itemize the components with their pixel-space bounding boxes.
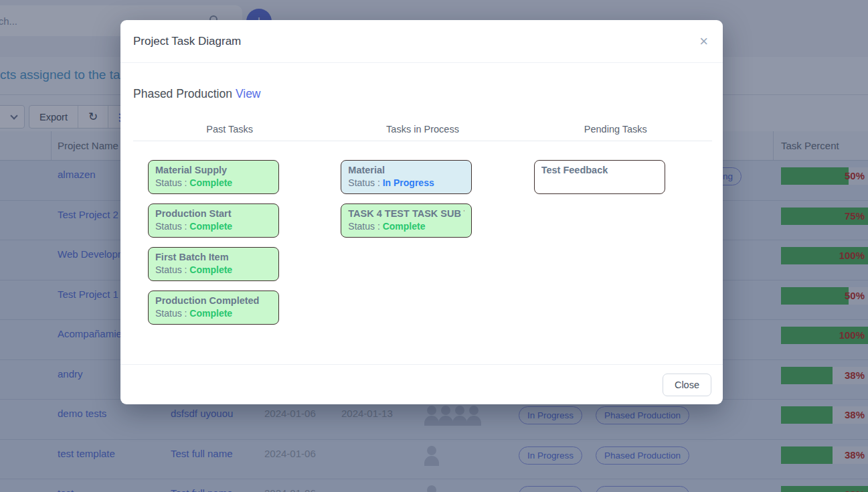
status-prefix: Status : bbox=[155, 177, 189, 188]
status-prefix: Status : bbox=[348, 221, 382, 232]
column-header-pending-tasks: Pending Tasks bbox=[519, 124, 712, 135]
status-value: Complete bbox=[189, 308, 232, 319]
status-value: Complete bbox=[383, 221, 426, 232]
project-task-diagram-modal: Project Task Diagram × Phased Production… bbox=[120, 20, 723, 404]
status-value: Complete bbox=[189, 221, 232, 232]
task-card-title: TASK 4 TEST TASK SUB T... bbox=[348, 208, 464, 219]
diagram-column-headers: Past Tasks Tasks in Process Pending Task… bbox=[133, 124, 712, 135]
task-card-title: Test Feedback bbox=[541, 165, 658, 175]
diagram-view-title: Phased ProductionView bbox=[133, 87, 712, 101]
task-card-status: Status : Complete bbox=[155, 221, 272, 232]
status-prefix: Status : bbox=[155, 264, 189, 275]
task-card[interactable]: Production Completed Status : Complete bbox=[148, 291, 279, 325]
column-header-tasks-in-process: Tasks in Process bbox=[326, 124, 519, 135]
diagram-columns: Material Supply Status : Complete Produc… bbox=[133, 160, 712, 325]
task-card-status: Status : In Progress bbox=[348, 177, 464, 188]
task-card[interactable]: Test Feedback Status : bbox=[534, 160, 665, 194]
status-value: In Progress bbox=[383, 177, 434, 188]
pending-tasks-column: Test Feedback Status : bbox=[519, 160, 712, 325]
column-header-past-tasks: Past Tasks bbox=[133, 124, 326, 135]
modal-title: Project Task Diagram bbox=[133, 35, 241, 48]
app-window: + cts assigned to the tas Export ↻ bbox=[0, 0, 868, 492]
status-value: Complete bbox=[189, 177, 232, 188]
task-card[interactable]: Material Status : In Progress bbox=[341, 160, 472, 194]
task-card-title: Production Start bbox=[155, 208, 272, 219]
tasks-in-process-column: Material Status : In Progress TASK 4 TES… bbox=[326, 160, 519, 325]
task-card[interactable]: TASK 4 TEST TASK SUB T... Status : Compl… bbox=[341, 203, 472, 238]
status-prefix: Status : bbox=[155, 308, 189, 319]
task-card-status: Status : Complete bbox=[155, 177, 272, 188]
task-card-status: Status : Complete bbox=[155, 264, 272, 275]
close-icon[interactable]: × bbox=[699, 34, 708, 49]
modal-header: Project Task Diagram × bbox=[120, 20, 723, 63]
status-prefix: Status : bbox=[155, 221, 189, 232]
diagram-divider bbox=[133, 141, 712, 141]
modal-body: Phased ProductionView Past Tasks Tasks i… bbox=[120, 63, 723, 325]
modal-footer: Close bbox=[120, 364, 723, 404]
status-value: Complete bbox=[189, 264, 232, 275]
template-name: Phased Production bbox=[133, 87, 232, 100]
task-card-title: Material Supply bbox=[155, 165, 272, 175]
past-tasks-column: Material Supply Status : Complete Produc… bbox=[133, 160, 326, 325]
task-card-status: Status : Complete bbox=[348, 221, 464, 232]
task-card-title: Production Completed bbox=[155, 295, 272, 306]
task-card-status: Status : Complete bbox=[155, 308, 272, 319]
task-card[interactable]: Material Supply Status : Complete bbox=[148, 160, 279, 194]
task-card[interactable]: Production Start Status : Complete bbox=[148, 203, 279, 238]
task-card-title: First Batch Item bbox=[155, 252, 272, 262]
task-card[interactable]: First Batch Item Status : Complete bbox=[148, 247, 279, 281]
task-card-title: Material bbox=[348, 165, 464, 175]
close-button[interactable]: Close bbox=[663, 374, 711, 396]
view-link[interactable]: View bbox=[236, 87, 261, 100]
status-prefix: Status : bbox=[348, 177, 382, 188]
